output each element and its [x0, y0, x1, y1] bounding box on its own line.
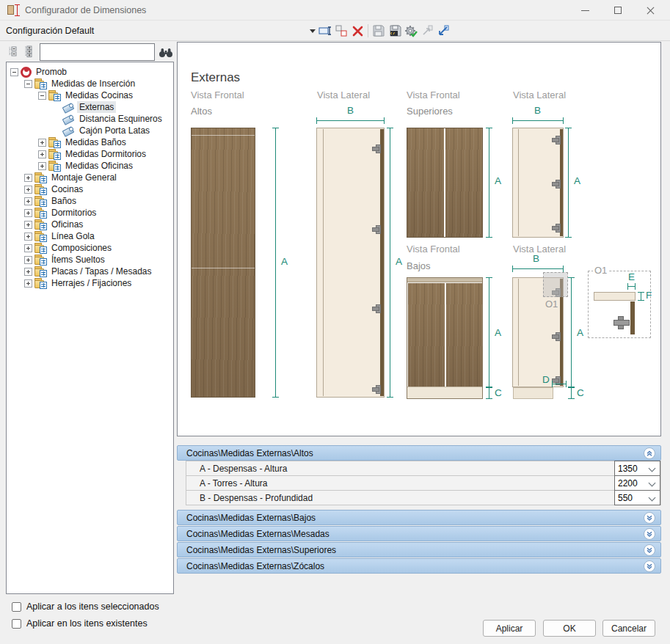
tall-cabinet-front-view — [191, 128, 255, 398]
folder-icon — [34, 184, 47, 194]
tree-expander[interactable] — [24, 186, 32, 194]
accordion-header-mesadas[interactable]: Cocinas\Medidas Externas\Mesadas — [177, 526, 661, 541]
tree-item-medidas-oficinas[interactable]: Medidas Oficinas — [7, 160, 173, 172]
accordion-header-altos[interactable]: Cocinas\Medidas Externas\Altos — [177, 445, 661, 461]
apply-configuration-button[interactable] — [403, 22, 419, 40]
rename-configuration-button[interactable] — [317, 22, 333, 40]
accordion-header-superiores[interactable]: Cocinas\Medidas Externas\Superiores — [177, 542, 661, 557]
configuration-dropdown-caret[interactable] — [310, 29, 316, 33]
tree-expander[interactable] — [24, 244, 32, 252]
expand-panel-button[interactable] — [644, 512, 655, 524]
tree-expander[interactable] — [24, 268, 32, 276]
dim-label-A: A — [281, 256, 288, 267]
minimize-button[interactable] — [569, 0, 601, 21]
dim-label-D: D — [542, 374, 550, 385]
torres-altura-select[interactable]: 2200 — [614, 475, 660, 491]
minimize-icon — [581, 10, 589, 11]
configuration-select[interactable]: Configuración Default — [6, 26, 94, 36]
tree-expander[interactable] — [24, 80, 32, 88]
tree-item-cajon-porta-latas[interactable]: Cajón Porta Latas — [7, 125, 173, 136]
tree-item-distancia-esquineros[interactable]: Distancia Esquineros — [7, 113, 173, 125]
dim-label-F: F — [646, 290, 652, 301]
apply-existing-items-option[interactable]: Aplicar en los itens existentes — [12, 618, 148, 629]
tree-item-oficinas[interactable]: Oficinas — [7, 219, 173, 230]
maximize-button[interactable] — [602, 0, 634, 21]
tree-item-externas[interactable]: Externas — [7, 101, 173, 113]
tree-item-linea-gola[interactable]: Línea Gola — [7, 230, 173, 242]
expand-panel-button[interactable] — [644, 528, 655, 540]
collapse-all-button[interactable] — [5, 43, 21, 60]
despensas-altura-select[interactable]: 1350 — [614, 461, 660, 476]
ok-button[interactable]: OK — [543, 620, 596, 637]
chevron-double-down-icon — [646, 514, 653, 522]
setting-row-despensas-altura: A - Despensas - Altura 1350 — [186, 461, 661, 476]
tree-expander[interactable] — [38, 139, 46, 147]
tree-item-items-sueltos[interactable]: Ítems Sueltos — [7, 254, 173, 266]
checkbox-unchecked-icon[interactable] — [12, 602, 21, 612]
tree-expander[interactable] — [24, 256, 32, 264]
import-configuration-button[interactable] — [435, 22, 451, 40]
section-label-bajos: Bajos — [407, 260, 431, 271]
tree-item-medidas-cocinas[interactable]: Medidas Cocinas — [7, 89, 173, 101]
tree-item-dormitorios[interactable]: Dormitorios — [7, 207, 173, 219]
tree-expander[interactable] — [24, 221, 32, 229]
section-label-altos: Altos — [191, 106, 212, 117]
dimension-line-C — [486, 387, 492, 399]
expand-panel-button[interactable] — [644, 560, 655, 572]
dimension-tag-icon — [62, 102, 75, 112]
dimension-line-B — [512, 117, 564, 124]
apply-selected-items-option[interactable]: Aplicar a los itens seleccionados — [12, 601, 159, 612]
collapse-panel-button[interactable] — [644, 447, 655, 459]
delete-configuration-button[interactable] — [349, 22, 365, 40]
dim-label-A: A — [574, 175, 580, 186]
tree-item-medidas-banos[interactable]: Medidas Baños — [7, 136, 173, 148]
tree-expander[interactable] — [24, 197, 32, 205]
copy-configuration-button[interactable] — [333, 22, 349, 40]
tree-expander[interactable] — [24, 233, 32, 241]
dimension-line-A — [568, 277, 575, 387]
door-edge-detail — [630, 301, 635, 334]
export-configuration-button[interactable] — [387, 22, 403, 40]
tall-cabinet-side-view — [316, 128, 385, 398]
dimension-diagram-panel: Externas Vista Frontal Vista Lateral Vis… — [177, 42, 661, 436]
tree-item-placas-tapas-mesadas[interactable]: Placas / Tapas / Mesadas — [7, 266, 173, 277]
tree-expander[interactable] — [38, 150, 46, 158]
link-configuration-button[interactable] — [419, 22, 435, 40]
expand-all-button[interactable] — [21, 43, 37, 60]
tree-expander[interactable] — [24, 279, 32, 288]
dimension-line-F — [638, 292, 644, 301]
app-icon — [7, 4, 19, 16]
tree-item-cocinas[interactable]: Cocinas — [7, 183, 173, 195]
tree-item-promob[interactable]: Promob — [7, 66, 173, 78]
tree-expander[interactable] — [38, 92, 46, 100]
accordion-header-zocalos[interactable]: Cocinas\Medidas Externas\Zócalos — [177, 558, 661, 574]
tree-item-herrajes-fijaciones[interactable]: Herrajes / Fijaciones — [7, 277, 173, 289]
search-button[interactable] — [157, 43, 175, 61]
binoculars-icon — [159, 47, 173, 58]
tree-item-medidas-de-insercion[interactable]: Medidas de Inserción — [7, 78, 173, 89]
upper-cabinet-side-view — [512, 128, 564, 238]
tree-item-composiciones[interactable]: Composiciones — [7, 242, 173, 254]
search-input[interactable] — [40, 43, 155, 61]
accordion-header-bajos[interactable]: Cocinas\Medidas Externas\Bajos — [177, 510, 661, 525]
titlebar: Configurador de Dimensiones — [0, 0, 670, 21]
tree-expander[interactable] — [24, 209, 32, 217]
tree-expander[interactable] — [10, 68, 18, 76]
upper-cabinet-front-view — [407, 128, 483, 238]
tree-expander[interactable] — [24, 174, 32, 182]
apply-button[interactable]: Aplicar — [483, 620, 536, 637]
expand-panel-button[interactable] — [644, 544, 655, 556]
tree-expander[interactable] — [38, 162, 46, 170]
accordion-title: Cocinas\Medidas Externas\Bajos — [186, 513, 316, 523]
section-label-superiores: Superiores — [407, 106, 453, 117]
view-label: Vista Lateral — [513, 244, 566, 255]
checkbox-unchecked-icon[interactable] — [12, 619, 21, 629]
tree-item-banos[interactable]: Baños — [7, 195, 173, 207]
save-configuration-button[interactable] — [371, 22, 387, 40]
close-button[interactable] — [634, 0, 666, 21]
selected-value: 550 — [618, 493, 633, 503]
tree-item-montaje-general[interactable]: Montaje General — [7, 172, 173, 183]
cancel-button[interactable]: Cancelar — [602, 620, 655, 637]
tree-item-medidas-dormitorios[interactable]: Medidas Dormitorios — [7, 148, 173, 160]
despensas-profundidad-select[interactable]: 550 — [614, 490, 660, 505]
